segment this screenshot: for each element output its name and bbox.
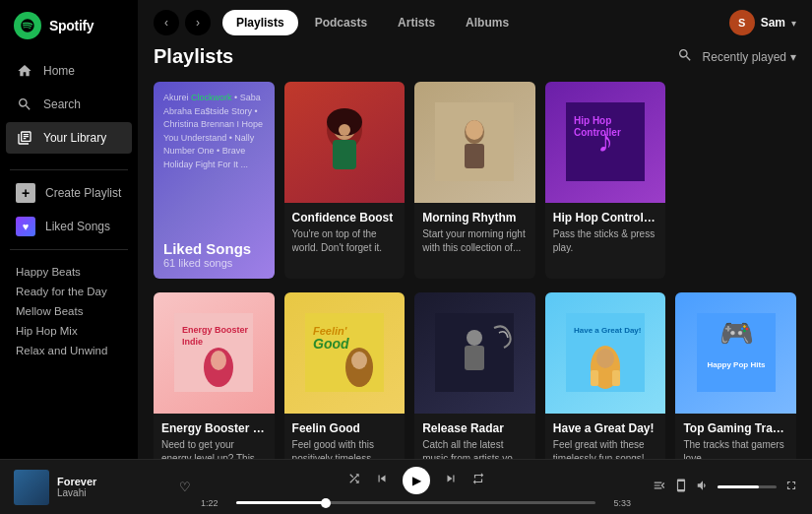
search-icon: [16, 96, 33, 113]
svg-point-17: [211, 351, 226, 370]
morning-rhythm-card[interactable]: Morning Rhythm Start your morning right …: [414, 82, 535, 279]
gaming-tracks-thumb: 🎮 Happy Pop Hits: [675, 292, 796, 414]
fullscreen-icon[interactable]: [784, 479, 798, 495]
prev-button[interactable]: [375, 472, 389, 488]
svg-text:Have a Great Day!: Have a Great Day!: [574, 326, 641, 335]
liked-songs-count: 61 liked songs: [163, 257, 265, 269]
sidebar-playlist-relax[interactable]: Relax and Unwind: [16, 341, 122, 360]
great-day-image: Have a Great Day!: [545, 292, 666, 414]
svg-rect-25: [465, 346, 484, 370]
page-title: Playlists: [154, 45, 233, 68]
recently-played-filter[interactable]: Recently played ▾: [703, 50, 796, 64]
home-label: Home: [43, 64, 75, 78]
feelin-good-thumb: Feelin' Good: [284, 292, 406, 414]
great-day-desc: Feel great with these timelessly fun son…: [553, 438, 658, 459]
playlists-area: Playlists Recently played ▾ Akurei Clo: [138, 45, 812, 459]
svg-point-24: [467, 330, 482, 346]
sidebar-item-search[interactable]: Search: [6, 89, 132, 120]
sidebar-playlists: Happy Beats Ready for the Day Mellow Bea…: [0, 256, 138, 366]
tab-playlists[interactable]: Playlists: [222, 10, 298, 35]
hiphop-controller-thumb: ♪ Hip Hop Controller: [545, 82, 666, 203]
confidence-boost-image: [284, 82, 406, 203]
tab-albums[interactable]: Albums: [452, 10, 523, 35]
queue-icon[interactable]: [653, 479, 666, 495]
spotify-logo[interactable]: Spotify: [0, 12, 138, 55]
feelin-good-card[interactable]: Feelin' Good Feelin Good Feel good with …: [284, 292, 406, 459]
svg-text:Energy Booster: Energy Booster: [182, 325, 249, 335]
player-track-name: Forever: [57, 476, 171, 487]
feelin-good-info: Feelin Good Feel good with this positive…: [284, 414, 406, 459]
forward-button[interactable]: ›: [185, 10, 211, 35]
svg-text:Controller: Controller: [574, 127, 621, 138]
sidebar-playlist-happy-beats[interactable]: Happy Beats: [16, 262, 122, 282]
liked-songs-card[interactable]: Akurei Clockwork • Saba Abraha Ea$tside …: [154, 82, 275, 279]
shuffle-button[interactable]: [347, 472, 361, 488]
progress-fill: [236, 501, 326, 504]
sidebar-divider-1: [10, 169, 128, 170]
playlist-grid-row1: Akurei Clockwork • Saba Abraha Ea$tside …: [154, 82, 796, 279]
hiphop-controller-desc: Pass the sticks & press play.: [553, 227, 658, 255]
volume-fill: [718, 485, 759, 488]
repeat-button[interactable]: [471, 472, 485, 488]
next-button[interactable]: [444, 472, 458, 488]
confidence-boost-desc: You're on top of the world. Don't forget…: [292, 227, 398, 255]
svg-point-29: [596, 349, 614, 368]
tab-podcasts[interactable]: Podcasts: [301, 10, 381, 35]
sidebar-playlist-mellow-beats[interactable]: Mellow Beats: [16, 301, 122, 321]
playlist-grid-row2: Energy Booster Indie Energy Booster Indi…: [154, 292, 796, 459]
search-label: Search: [43, 97, 81, 111]
confidence-boost-thumb: [284, 82, 406, 203]
confidence-boost-info: Confidence Boost You're on top of the wo…: [284, 203, 406, 263]
energy-booster-indie-info: Energy Booster Indie Need to get your en…: [154, 414, 275, 459]
morning-rhythm-thumb: [414, 82, 535, 203]
play-pause-button[interactable]: ▶: [403, 467, 430, 494]
sidebar-divider-2: [10, 249, 128, 250]
spotify-wordmark: Spotify: [49, 18, 94, 33]
release-radar-info: Release Radar Catch all the latest music…: [414, 414, 535, 459]
sidebar-playlist-hiphop-mix[interactable]: Hip Hop Mix: [16, 321, 122, 341]
create-playlist-action[interactable]: + Create Playlist: [0, 176, 138, 210]
back-button[interactable]: ‹: [154, 10, 179, 35]
energy-booster-indie-card[interactable]: Energy Booster Indie Energy Booster Indi…: [154, 292, 275, 459]
filter-chevron-icon: ▾: [790, 50, 796, 64]
hiphop-controller-info: Hip Hop Controller Pass the sticks & pre…: [545, 203, 666, 263]
sidebar-playlist-ready-day[interactable]: Ready for the Day: [16, 282, 122, 301]
like-button[interactable]: ♡: [179, 480, 191, 494]
filter-search-icon[interactable]: [677, 47, 693, 66]
devices-icon[interactable]: [674, 479, 688, 495]
top-nav: ‹ › Playlists Podcasts Artists Albums S …: [138, 0, 812, 45]
gaming-tracks-image: 🎮 Happy Pop Hits: [675, 292, 796, 414]
sidebar-item-home[interactable]: Home: [6, 55, 132, 87]
svg-rect-3: [333, 140, 356, 169]
progress-bar[interactable]: [236, 501, 595, 504]
main-content: ‹ › Playlists Podcasts Artists Albums S …: [138, 0, 812, 459]
confidence-boost-card[interactable]: Confidence Boost You're on top of the wo…: [284, 82, 406, 279]
feelin-good-image: Feelin' Good: [284, 292, 406, 414]
user-menu[interactable]: S Sam ▾: [729, 10, 796, 35]
playlists-header: Playlists Recently played ▾: [154, 45, 796, 68]
hiphop-controller-card[interactable]: ♪ Hip Hop Controller Hip Hop Controller …: [545, 82, 666, 279]
svg-rect-7: [465, 144, 484, 168]
gaming-tracks-name: Top Gaming Tracks: [683, 421, 788, 435]
gaming-tracks-card[interactable]: 🎮 Happy Pop Hits Top Gaming Tracks The t…: [675, 292, 796, 459]
liked-songs-action[interactable]: ♥ Liked Songs: [0, 210, 138, 243]
volume-icon[interactable]: [696, 479, 710, 495]
tab-artists[interactable]: Artists: [384, 10, 449, 35]
player-progress: 1:22 5:33: [201, 498, 631, 508]
avatar: S: [729, 10, 755, 35]
svg-rect-30: [591, 370, 598, 386]
great-day-info: Have a Great Day! Feel great with these …: [545, 414, 666, 459]
great-day-card[interactable]: Have a Great Day! Have a Great Day! Feel…: [545, 292, 666, 459]
feelin-good-name: Feelin Good: [292, 421, 398, 435]
hiphop-controller-image: ♪ Hip Hop Controller: [545, 82, 666, 203]
svg-point-8: [466, 120, 483, 140]
nav-arrows: ‹ ›: [154, 10, 211, 35]
play-icon: ▶: [412, 474, 421, 487]
release-radar-card[interactable]: Release Radar Catch all the latest music…: [414, 292, 535, 459]
library-icon: [16, 129, 33, 147]
volume-bar[interactable]: [718, 485, 777, 488]
feelin-good-desc: Feel good with this positively timeless.…: [292, 438, 398, 459]
sidebar-item-library[interactable]: Your Library: [6, 122, 132, 154]
user-name: Sam: [761, 16, 785, 30]
great-day-thumb: Have a Great Day!: [545, 292, 666, 414]
